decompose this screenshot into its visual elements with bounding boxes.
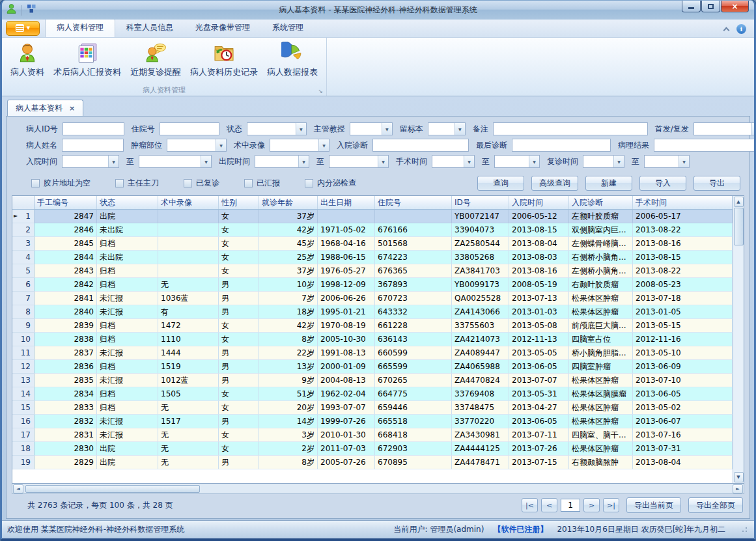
table-row-7[interactable]: 72841未汇报1036蓝男7岁2006-06-26670723QA002552… — [12, 292, 733, 305]
filter-select-至[interactable]: ▼ — [139, 155, 212, 168]
filter-select-留标本[interactable]: ▼ — [428, 122, 466, 135]
导出-button[interactable]: 导出 — [693, 176, 740, 191]
filter-select-至[interactable]: ▼ — [329, 155, 389, 168]
table-row-18[interactable]: 182830出院无女2岁2011-07-03672903ZA4444125201… — [12, 442, 733, 456]
column-header-ID号[interactable]: ID号 — [452, 196, 509, 209]
ribbon-button-术后病人汇报资料[interactable]: 术后病人汇报资料 — [49, 40, 126, 79]
column-header-入院时间[interactable]: 入院时间 — [509, 196, 569, 209]
column-header-性别[interactable]: 性别 — [219, 196, 259, 209]
dropdown-arrow-icon[interactable]: ▼ — [296, 123, 306, 135]
ribbon-tab-4[interactable]: 系统管理 — [261, 19, 315, 37]
dropdown-arrow-icon[interactable]: ▼ — [298, 156, 309, 167]
table-row-15[interactable]: 152833归档无女20岁1993-07-0765944633748475201… — [12, 401, 733, 415]
software-registered-link[interactable]: 【软件已注册】 — [493, 524, 548, 535]
scroll-right-icon[interactable]: ► — [733, 484, 743, 493]
filter-input-病人ID号[interactable] — [63, 122, 124, 135]
export-all-pages-button[interactable]: 导出全部页 — [688, 497, 743, 513]
export-current-page-button[interactable]: 导出当前页 — [626, 497, 681, 513]
filter-select-状态[interactable]: ▼ — [247, 122, 307, 135]
document-tab[interactable]: 病人基本资料 × — [7, 100, 83, 116]
dropdown-arrow-icon[interactable]: ▼ — [382, 123, 392, 135]
next-page-button[interactable]: > — [583, 498, 600, 512]
filter-select-术中录像[interactable]: ▼ — [270, 139, 329, 152]
ribbon-tab-3[interactable]: 光盘录像带管理 — [184, 19, 261, 37]
table-row-16[interactable]: 162832未汇报1517男14岁1999-07-266655183377022… — [12, 415, 733, 428]
column-header-入院诊断[interactable]: 入院诊断 — [569, 196, 633, 209]
scroll-down-icon[interactable]: ▼ — [734, 472, 744, 482]
ribbon-button-病人数据报表[interactable]: 病人数据报表 — [262, 40, 322, 79]
scroll-up-icon[interactable]: ▲ — [734, 197, 744, 207]
filter-select-主管教授[interactable]: ▼ — [350, 122, 393, 135]
close-button[interactable]: × — [721, 1, 749, 12]
info-icon[interactable]: i — [736, 24, 746, 34]
table-row-8[interactable]: 82840未汇报有男18岁1995-01-21643332ZA414306620… — [12, 305, 733, 319]
column-header-住院号[interactable]: 住院号 — [375, 196, 452, 209]
filter-select-至[interactable]: ▼ — [494, 155, 540, 168]
table-row-19[interactable]: 192829出院无男8岁2005-07-26670895ZA4478471201… — [12, 456, 733, 469]
checkbox-已复诊[interactable]: 已复诊 — [184, 178, 219, 189]
quick-access-blocks-icon[interactable] — [27, 4, 36, 16]
table-row-2[interactable]: 22846未出院女42岁1971-05-02676166339040732013… — [12, 223, 733, 237]
ribbon-button-近期复诊提醒[interactable]: 近期复诊提醒 — [126, 40, 186, 79]
dropdown-arrow-icon[interactable]: ▼ — [529, 156, 539, 167]
dropdown-arrow-icon[interactable]: ▼ — [318, 139, 329, 151]
collapse-ribbon-icon[interactable] — [723, 27, 730, 33]
ribbon-button-病人资料历史记录[interactable]: 病人资料历史记录 — [186, 40, 262, 79]
filter-select-入院时间[interactable]: ▼ — [62, 155, 119, 168]
filter-input-住院号[interactable] — [160, 122, 219, 135]
first-page-button[interactable]: |< — [522, 498, 538, 512]
vertical-scrollbar[interactable]: ▲ ▼ — [733, 196, 744, 483]
column-header-手工编号[interactable]: 手工编号 — [35, 196, 97, 209]
column-header-手术时间[interactable]: 手术时间 — [633, 196, 733, 209]
table-row-11[interactable]: 112837未汇报1444男22岁1991-08-13660599ZA40894… — [12, 346, 733, 360]
dropdown-arrow-icon[interactable]: ▼ — [108, 156, 119, 167]
horizontal-scrollbar[interactable]: ◄ ► — [12, 484, 744, 494]
dropdown-arrow-icon[interactable]: ▼ — [216, 139, 226, 151]
新建-button[interactable]: 新建 — [585, 176, 632, 191]
filter-select-肿瘤部位[interactable]: ▼ — [167, 139, 227, 152]
dropdown-arrow-icon[interactable]: ▼ — [378, 156, 388, 167]
filter-select-复诊时间[interactable]: ▼ — [583, 155, 624, 168]
minimize-button[interactable] — [682, 1, 701, 12]
filter-input-备注[interactable] — [493, 122, 648, 135]
dropdown-arrow-icon[interactable]: ▼ — [201, 156, 211, 167]
filter-input-病理结果[interactable] — [654, 139, 756, 152]
maximize-button[interactable] — [701, 1, 720, 12]
tab-close-icon[interactable]: × — [69, 105, 75, 112]
高级查询-button[interactable]: 高级查询 — [531, 176, 578, 191]
ribbon-tab-2[interactable]: 科室人员信息 — [115, 19, 184, 37]
table-row-1[interactable]: 1►2847出院女37岁YB00721472006-05-12左额叶胶质瘤200… — [12, 210, 733, 223]
ribbon-tab-1[interactable]: 病人资料管理 — [45, 18, 115, 37]
column-header-就诊年龄[interactable]: 就诊年龄 — [259, 196, 318, 209]
dropdown-arrow-icon[interactable]: ▼ — [613, 156, 624, 167]
filter-input-最后诊断[interactable] — [512, 139, 611, 152]
column-header-状态[interactable]: 状态 — [97, 196, 158, 209]
filter-select-首发/复发[interactable]: ▼ — [693, 122, 756, 135]
checkbox-已汇报[interactable]: 已汇报 — [244, 178, 280, 189]
resize-grip-icon[interactable] — [741, 527, 748, 533]
dropdown-arrow-icon[interactable]: ▼ — [751, 123, 756, 135]
dropdown-arrow-icon[interactable]: ▼ — [679, 156, 689, 167]
horizontal-scroll-thumb[interactable] — [25, 485, 200, 493]
checkbox-主任主刀[interactable]: 主任主刀 — [115, 178, 159, 189]
filter-input-入院诊断[interactable] — [372, 139, 469, 152]
导入-button[interactable]: 导入 — [639, 176, 686, 191]
table-row-9[interactable]: 92839归档1472女42岁1970-08-19661228337556032… — [12, 319, 733, 333]
table-row-3[interactable]: 32845归档女45岁1968-04-16501568ZA25805442013… — [12, 237, 733, 251]
vertical-scroll-thumb[interactable] — [734, 208, 744, 245]
table-row-10[interactable]: 102838归档1110女8岁2005-10-30636143ZA4214073… — [12, 333, 733, 346]
查询-button[interactable]: 查询 — [477, 176, 524, 191]
dialog-launcher-icon[interactable]: ↘ — [318, 88, 323, 94]
scroll-left-icon[interactable]: ◄ — [13, 484, 23, 493]
filter-select-手术时间[interactable]: ▼ — [432, 155, 475, 168]
ribbon-button-病人资料[interactable]: 病人资料 — [6, 40, 49, 79]
column-header-术中录像[interactable]: 术中录像 — [158, 196, 219, 209]
table-row-17[interactable]: 172831未汇报无女3岁2010-01-30668418ZA343098120… — [12, 428, 733, 442]
table-row-5[interactable]: 52843归档女37岁1976-05-27676365ZA38417032013… — [12, 264, 733, 278]
checkbox-胶片地址为空[interactable]: 胶片地址为空 — [31, 178, 91, 189]
table-row-14[interactable]: 142834归档1505女51岁1962-02-0466477533769408… — [12, 387, 733, 401]
table-row-4[interactable]: 42844未出院女25岁1988-06-15674223338052682013… — [12, 251, 733, 264]
prev-page-button[interactable]: < — [541, 498, 557, 512]
last-page-button[interactable]: >| — [603, 498, 619, 512]
dropdown-arrow-icon[interactable]: ▼ — [455, 123, 465, 135]
